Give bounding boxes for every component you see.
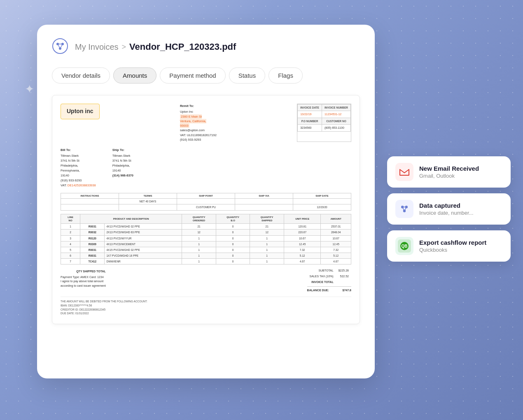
cell-line-no: 2 <box>61 230 80 235</box>
cell-amount: 12.45 <box>321 241 351 247</box>
notifications-panel: New Email Received Gmail, Outlook Data c… <box>387 156 511 262</box>
tab-payment-method[interactable]: Payment method <box>160 67 225 84</box>
table-row: 6 R0031 1X7 PVCD/WGHD 16 PPE 1 0 1 5.12 … <box>61 253 351 258</box>
cell-qty-ord: 1 <box>182 253 216 258</box>
balance-due-row: BALANCE DUE: $747.8 <box>307 286 351 292</box>
notif-qb-text: Export cashflow report Quickbooks <box>419 239 486 253</box>
table-row: 4 R0309 4X13 PVCD/WCEMENT 1 0 1 12.45 12… <box>61 241 351 247</box>
po-number: 3234560 <box>298 124 322 131</box>
gmail-icon <box>395 163 413 181</box>
notif-data-subtitle: Invoice date, number... <box>419 210 474 216</box>
tab-status[interactable]: Status <box>229 67 266 84</box>
ship-cu-val <box>119 204 177 210</box>
cell-unit-price: 5.12 <box>284 253 320 258</box>
cell-unit-price: 120.81 <box>284 224 320 230</box>
ship-to-label: Ship To: <box>112 148 133 153</box>
notif-qb-title: Export cashflow report <box>419 239 486 246</box>
invoice-document: Upton inc Remit To: Upton Inc 2380 E Mai… <box>52 95 360 324</box>
header: My Invoices > Vendor_HCP_120323.pdf <box>52 38 360 56</box>
tab-vendor-details[interactable]: Vendor details <box>52 67 110 84</box>
cell-line-no: 1 <box>61 224 80 230</box>
cell-qty-bo: 0 <box>216 241 250 247</box>
shipping-info: INSTRUCTIONS TERMS SHIP POINT SHIP VIA S… <box>61 193 351 211</box>
tab-amounts[interactable]: Amounts <box>113 67 156 84</box>
cell-amount: 10.67 <box>321 235 351 241</box>
remit-to-label: Remit To: <box>180 104 217 108</box>
totals-section: QTY SHIPPED TOTAL Payment Type: AMEX Car… <box>61 268 351 292</box>
cell-qty-ship: 1 <box>250 235 284 241</box>
po-number-label: P.O NUMBER <box>298 118 322 124</box>
cell-desc: 4X13 PVCD/WCEMENT <box>105 241 182 247</box>
cell-product: R0031 <box>80 224 105 230</box>
cell-qty-ord: 1 <box>182 247 216 253</box>
cell-qty-ord: 1 <box>182 241 216 247</box>
ship-header-row: INSTRUCTIONS TERMS SHIP POINT SHIP VIA S… <box>61 193 351 199</box>
qty-shipped-total-label: QTY SHIPPED TOTAL <box>61 268 106 275</box>
cell-line-no: 6 <box>61 253 80 258</box>
breadcrumb-separator: > <box>122 43 126 51</box>
remit-address-highlight: 2380 E Main StVentura, California,93003 <box>180 114 206 128</box>
ship-instructions: INSTRUCTIONS <box>61 193 119 198</box>
cell-desc: DWW/IENR <box>105 258 182 264</box>
invoice-top-section: Upton inc Remit To: Upton Inc 2380 E Mai… <box>61 104 351 142</box>
subtotal-value: $225.28 <box>336 268 351 274</box>
invoice-date: 13/22/19 <box>298 111 322 118</box>
ship-date-val2: 12/23/20 <box>293 204 351 210</box>
line-items-table: LINENO PRODUCT AND DESCRIPTION QUANTITYO… <box>61 214 351 265</box>
cell-unit-price: 4.67 <box>284 258 320 264</box>
cell-qty-ship: 21 <box>250 224 284 230</box>
cell-qty-ship: 1 <box>250 247 284 253</box>
sales-tax-value: 522.52 <box>336 274 351 279</box>
cell-line-no: 5 <box>61 247 80 253</box>
cell-product: R0120 <box>80 235 105 241</box>
company-name: Upton inc <box>61 104 100 119</box>
invoice-number: 11234531-12 <box>322 111 350 118</box>
remit-vat: VAT: UL011898182617192 <box>180 133 217 137</box>
cell-qty-ship: 1 <box>250 241 284 247</box>
cell-desc: 1X7 PVCD/WGHD 16 PPE <box>105 253 182 258</box>
notif-gmail-subtitle: Gmail, Outlook <box>419 173 479 179</box>
table-row: 7 TC412 DWW/IENR 1 0 1 4.67 4.67 <box>61 258 351 264</box>
ship-data-row2: CUSTOMER PU 12/23/20 <box>61 204 351 210</box>
remit-email: sales@upton.com <box>180 128 217 132</box>
cell-qty-ord: 1 <box>182 258 216 264</box>
cell-desc: 4X13 PVCD/WYYUR <box>105 235 182 241</box>
customer-no-label: CUSTOMER NO <box>322 118 350 124</box>
table-row: 2 R0032 2X13 PVCD/WGHD 63 PPE 12 0 12 22… <box>61 230 351 235</box>
invoice-meta-table: INVOICE DATE INVOICE NUMBER 13/22/19 112… <box>297 104 351 142</box>
notif-gmail: New Email Received Gmail, Outlook <box>387 156 511 188</box>
ship-via: SHIP VIA <box>235 193 293 198</box>
ship-point-val <box>177 199 235 204</box>
notif-data-text: Data captured Invoice date, number... <box>419 202 474 216</box>
cell-unit-price: 7.32 <box>284 247 320 253</box>
table-row: 5 R0031 4X15 PVCD/WGHD 32 PPE 1 0 1 7.32… <box>61 247 351 253</box>
col-line-no: LINENO <box>61 214 80 224</box>
ship-date-val <box>293 199 351 204</box>
breadcrumb-home[interactable]: My Invoices <box>75 42 119 52</box>
ship-cu-label <box>61 204 119 210</box>
notif-quickbooks: QB Export cashflow report Quickbooks <box>387 230 511 262</box>
cell-qty-bo: 0 <box>216 230 250 235</box>
svg-text:QB: QB <box>402 244 408 248</box>
tab-bar: Vendor details Amounts Payment method St… <box>52 67 360 84</box>
ship-customer-pu: CUSTOMER PU <box>177 204 235 210</box>
cell-amount: 2648.04 <box>321 230 351 235</box>
cell-line-no: 4 <box>61 241 80 247</box>
ship-date-label: SHIP DATE <box>293 193 351 198</box>
table-row: 1 R0031 4X13 PVCD/WGHD 32 PPE 21 0 21 12… <box>61 224 351 230</box>
remit-to: Remit To: Upton Inc 2380 E Main StVentur… <box>180 104 217 142</box>
main-card: My Invoices > Vendor_HCP_120323.pdf Vend… <box>37 25 375 378</box>
cell-qty-ord: 1 <box>182 235 216 241</box>
col-unit-price: UNIT PRICE <box>284 214 320 224</box>
remit-address: Upton Inc 2380 E Main StVentura, Califor… <box>180 109 217 128</box>
ship-to-phone: (314) 966-6370 <box>112 174 133 177</box>
bill-to: Bill To: Tillman-Stark 3741 N 5th St Phi… <box>61 148 96 188</box>
bill-to-vat-label: VAT: <box>61 183 68 187</box>
cell-qty-bo: 0 <box>216 235 250 241</box>
col-amount: AMOUNT <box>321 214 351 224</box>
tab-flags[interactable]: Flags <box>269 67 303 84</box>
cell-qty-ship: 1 <box>250 258 284 264</box>
cell-desc: 4X15 PVCD/WGHD 32 PPE <box>105 247 182 253</box>
svg-line-5 <box>58 44 60 49</box>
cell-qty-bo: 0 <box>216 224 250 230</box>
